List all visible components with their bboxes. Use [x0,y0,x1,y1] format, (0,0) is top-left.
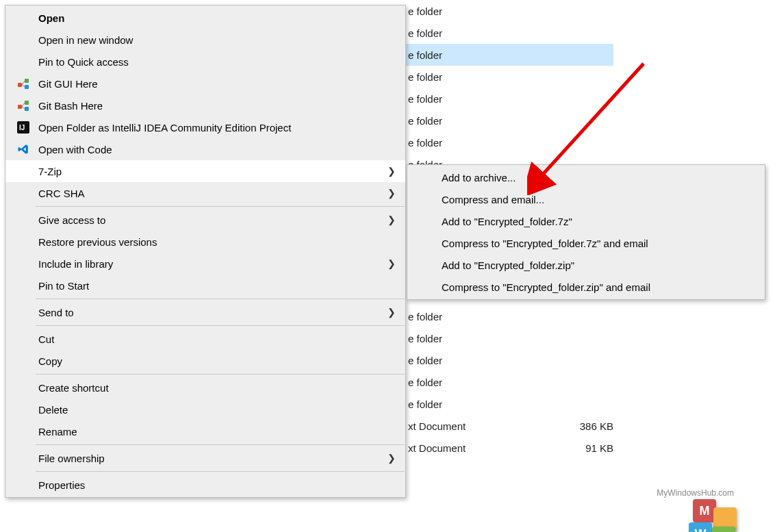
svg-text:IJ: IJ [19,124,25,131]
git-bash-icon [16,99,30,112]
file-row[interactable]: xt Document 386 KB [401,415,771,437]
svg-rect-0 [18,83,22,87]
submenu-add-zip[interactable]: Add to "Encrypted_folder.zip" [407,254,765,276]
chevron-right-icon: ❯ [388,166,396,177]
file-row[interactable]: xt Document 91 KB [401,437,771,459]
menu-pin-start[interactable]: Pin to Start [5,275,405,296]
file-row[interactable]: e folder [401,110,771,131]
menu-separator [36,325,405,326]
menu-cut[interactable]: Cut [5,328,405,350]
menu-7zip[interactable]: 7-Zip ❯ [5,160,405,182]
vscode-icon [16,142,30,156]
submenu-compress-zip-email[interactable]: Compress to "Encrypted_folder.zip" and e… [407,276,765,298]
submenu-compress-7z-email[interactable]: Compress to "Encrypted_folder.7z" and em… [407,232,765,254]
chevron-right-icon: ❯ [388,258,396,269]
menu-separator [36,206,405,207]
file-row[interactable]: e folder [401,349,771,371]
menu-send-to[interactable]: Send to ❯ [5,301,405,323]
menu-crc-sha[interactable]: CRC SHA ❯ [5,182,405,204]
menu-git-gui[interactable]: Git GUI Here [5,73,405,94]
menu-separator [36,299,405,299]
submenu-add-7z[interactable]: Add to "Encrypted_folder.7z" [407,210,765,232]
menu-include-library[interactable]: Include in library ❯ [5,253,405,275]
file-list: e folder e folder e folder e folder e fo… [401,0,771,175]
svg-line-4 [22,85,25,87]
menu-create-shortcut[interactable]: Create shortcut [5,377,405,398]
submenu-7zip: Add to archive... Compress and email... … [407,164,765,300]
submenu-compress-email[interactable]: Compress and email... [407,188,765,210]
menu-rename[interactable]: Rename [5,420,405,442]
svg-rect-7 [25,107,29,111]
svg-line-3 [22,81,25,85]
chevron-right-icon: ❯ [388,188,396,199]
chevron-right-icon: ❯ [388,307,396,318]
file-list-lower: e folder e folder e folder e folder e fo… [401,305,771,459]
menu-pin-quick-access[interactable]: Pin to Quick access [5,51,405,73]
git-gui-icon [16,77,30,90]
file-row[interactable]: e folder [401,131,771,153]
menu-git-bash[interactable]: Git Bash Here [5,94,405,116]
menu-restore-versions[interactable]: Restore previous versions [5,231,405,253]
menu-open[interactable]: Open [5,7,405,29]
intellij-icon: IJ [16,121,30,134]
file-row[interactable]: e folder [401,22,771,44]
file-row[interactable]: e folder [401,393,771,415]
menu-delete[interactable]: Delete [5,398,405,420]
chevron-right-icon: ❯ [388,214,396,225]
menu-properties[interactable]: Properties [5,474,405,496]
menu-separator [36,471,405,472]
chevron-right-icon: ❯ [388,453,396,464]
svg-rect-2 [25,85,29,89]
watermark-text: MyWindowsHub.com [657,488,734,498]
svg-rect-5 [18,105,22,109]
menu-file-ownership[interactable]: File ownership ❯ [5,447,405,469]
file-row[interactable]: e folder [401,0,771,22]
svg-rect-6 [25,101,29,105]
file-row[interactable]: e folder [401,305,771,327]
menu-separator [36,374,405,375]
menu-intellij[interactable]: IJ Open Folder as IntelliJ IDEA Communit… [5,116,405,138]
menu-vscode[interactable]: Open with Code [5,138,405,160]
menu-open-new-window[interactable]: Open in new window [5,29,405,51]
submenu-add-archive[interactable]: Add to archive... [407,166,765,188]
file-row[interactable]: e folder [401,88,771,110]
context-menu: Open Open in new window Pin to Quick acc… [5,5,406,498]
file-row-selected[interactable]: e folder [401,44,613,66]
file-row[interactable]: e folder [401,327,771,349]
svg-rect-1 [25,79,29,83]
file-row[interactable]: e folder [401,371,771,393]
menu-separator [36,444,405,445]
file-row[interactable]: e folder [401,66,771,88]
svg-line-8 [22,103,25,107]
menu-copy[interactable]: Copy [5,350,405,372]
svg-line-9 [22,107,25,109]
menu-give-access[interactable]: Give access to ❯ [5,209,405,231]
